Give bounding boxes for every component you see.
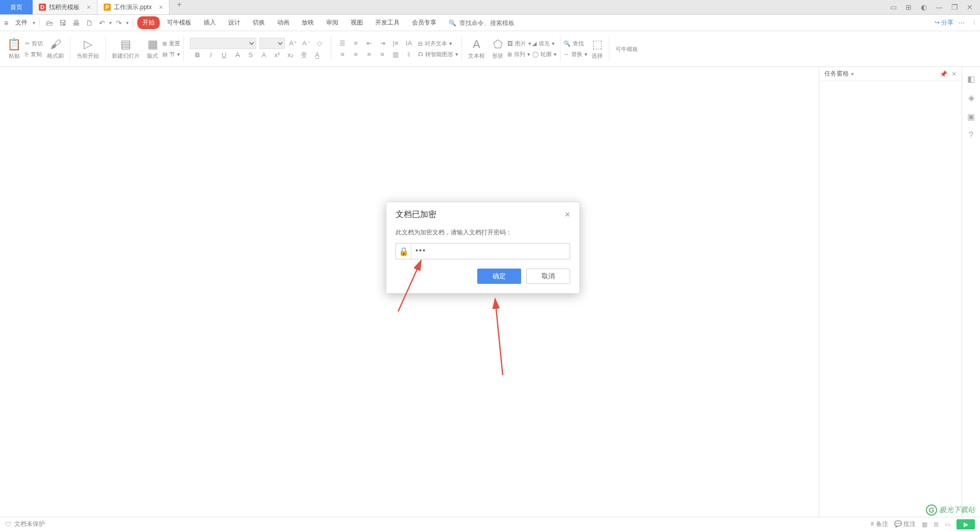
share-button[interactable]: ↪ 分享 (935, 18, 953, 27)
indent-left-icon[interactable]: ⇤ (364, 38, 374, 49)
maximize-icon[interactable]: ❐ (950, 3, 959, 11)
font-family-select[interactable] (190, 38, 256, 49)
numbering-icon[interactable]: ≡ (351, 38, 361, 49)
text-direction-icon[interactable]: IA (404, 38, 414, 49)
align-justify-icon[interactable]: ≡ (377, 50, 387, 60)
normal-view-icon[interactable]: ▦ (922, 521, 927, 528)
tab-start[interactable]: 开始 (137, 16, 160, 29)
chevron-down-icon[interactable]: ▾ (126, 20, 129, 26)
image-button[interactable]: 🖼 图片 ▾ (507, 40, 531, 47)
reset-button[interactable]: ⊞ 重置 (162, 40, 180, 47)
notes-toggle[interactable]: ≡ 备注 (870, 520, 888, 528)
tab-devtools[interactable]: 开发工具 (370, 16, 405, 29)
superscript-icon[interactable]: x² (272, 50, 282, 60)
tab-insert[interactable]: 插入 (199, 16, 221, 29)
design-icon[interactable]: ◈ (968, 93, 974, 103)
font-color-icon[interactable]: A (259, 50, 269, 60)
highlight-icon[interactable]: A̲ (312, 50, 322, 60)
tab-review[interactable]: 审阅 (321, 16, 344, 29)
strikethrough-icon[interactable]: A̶ (232, 50, 242, 60)
tab-animation[interactable]: 动画 (272, 16, 295, 29)
protect-status[interactable]: 文档未保护 (14, 520, 45, 528)
smart-art-button[interactable]: ☊ 转智能图形 ▾ (418, 51, 458, 58)
print-preview-icon[interactable]: 🗋 (84, 19, 95, 27)
chevron-down-icon[interactable]: ▾ (33, 20, 35, 26)
textbox-group[interactable]: A 文本框 (465, 31, 488, 66)
copy-button[interactable]: ⎘ 复制 (25, 51, 43, 58)
kn-template-group[interactable]: 可牛模板 (612, 31, 641, 66)
open-icon[interactable]: 🗁 (44, 19, 55, 27)
chevron-down-icon[interactable]: ▾ (109, 20, 112, 26)
file-menu[interactable]: 文件 (12, 18, 31, 27)
font-size-select[interactable] (259, 38, 285, 49)
tab-add-button[interactable]: + (169, 0, 188, 14)
close-icon[interactable]: ✕ (951, 70, 957, 78)
typography-icon[interactable]: 变 (299, 50, 309, 60)
window-close-icon[interactable]: ✕ (966, 3, 974, 11)
clear-format-icon[interactable]: ◇ (314, 38, 325, 49)
search-input[interactable] (459, 19, 531, 27)
tab-slideshow[interactable]: 放映 (297, 16, 319, 29)
tab-view[interactable]: 视图 (346, 16, 368, 29)
line-spacing-icon[interactable]: |≡ (390, 38, 401, 49)
comments-toggle[interactable]: 💬 批注 (894, 520, 916, 528)
close-icon[interactable]: × (565, 209, 570, 220)
sorter-view-icon[interactable]: ⊞ (934, 521, 939, 528)
reading-view-icon[interactable]: ▭ (945, 521, 950, 528)
align-text-button[interactable]: ⊟ 对齐文本 ▾ (418, 40, 458, 47)
cut-button[interactable]: ✂ 剪切 (25, 40, 43, 47)
replace-button[interactable]: ↔ 替换 ▾ (564, 51, 587, 58)
italic-icon[interactable]: I (206, 50, 216, 60)
undo-icon[interactable]: ↶ (97, 19, 107, 27)
reading-mode-icon[interactable]: ▭ (889, 3, 897, 11)
increase-font-icon[interactable]: A⁺ (288, 38, 298, 49)
columns-icon[interactable]: ▥ (390, 50, 401, 60)
select-group[interactable]: ⬚ 选择 (589, 31, 606, 66)
password-input[interactable] (411, 248, 570, 255)
find-button[interactable]: 🔍 查找 (564, 40, 587, 47)
shadow-icon[interactable]: S (246, 50, 256, 60)
ok-button[interactable]: 确定 (477, 269, 521, 284)
apps-icon[interactable]: ⊞ (904, 3, 913, 11)
subscript-icon[interactable]: x₂ (285, 50, 296, 60)
paste-group[interactable]: 📋 粘贴 (4, 31, 24, 66)
more-icon[interactable]: ⋯ (959, 19, 965, 27)
underline-icon[interactable]: U (219, 50, 229, 60)
ai-icon[interactable]: ◧ (967, 74, 975, 84)
user-icon[interactable]: ◐ (920, 3, 928, 11)
close-icon[interactable]: × (159, 3, 163, 11)
collapse-ribbon-icon[interactable]: 〈 (970, 18, 976, 27)
new-slide-group[interactable]: ▤ 新建幻灯片 (109, 31, 143, 66)
distribute-icon[interactable]: ⫴ (404, 50, 414, 60)
fill-button[interactable]: ◢ 填充 ▾ (532, 40, 557, 47)
command-search[interactable]: 🔍 (449, 19, 531, 27)
bold-icon[interactable]: B (192, 50, 203, 60)
pin-icon[interactable]: 📌 (940, 70, 947, 78)
layout-group[interactable]: ▦ 版式 (144, 31, 161, 66)
align-center-icon[interactable]: ≡ (351, 50, 361, 60)
format-painter-group[interactable]: 🖌 格式刷 (44, 31, 67, 66)
bullets-icon[interactable]: ☰ (337, 38, 348, 49)
outline-button[interactable]: ◯ 轮廓 ▾ (532, 51, 557, 58)
tab-templates[interactable]: D 找稻壳模板 × (33, 0, 97, 14)
save-icon[interactable]: 🖫 (57, 19, 68, 27)
slideshow-button[interactable]: ▶ (957, 519, 975, 529)
tab-member[interactable]: 会员专享 (407, 16, 442, 29)
indent-right-icon[interactable]: ⇥ (377, 38, 387, 49)
tab-home[interactable]: 首页 (0, 0, 33, 14)
tab-design[interactable]: 设计 (223, 16, 246, 29)
redo-icon[interactable]: ↷ (114, 19, 124, 27)
chevron-down-icon[interactable]: ▾ (851, 70, 854, 78)
minimize-icon[interactable]: — (935, 3, 943, 11)
from-beginning-group[interactable]: ▷ 当前开始 (74, 31, 102, 66)
print-icon[interactable]: 🖶 (70, 19, 82, 27)
menu-icon[interactable]: ≡ (4, 19, 8, 27)
shape-group[interactable]: ⬠ 形状 (489, 31, 506, 66)
close-icon[interactable]: × (87, 3, 91, 11)
tab-document[interactable]: P 工作演示.pptx × (97, 0, 169, 14)
help-icon[interactable]: ? (969, 131, 973, 140)
cancel-button[interactable]: 取消 (526, 269, 570, 284)
tools-icon[interactable]: ▣ (967, 112, 975, 122)
decrease-font-icon[interactable]: A⁻ (301, 38, 311, 49)
tab-transition[interactable]: 切换 (248, 16, 270, 29)
